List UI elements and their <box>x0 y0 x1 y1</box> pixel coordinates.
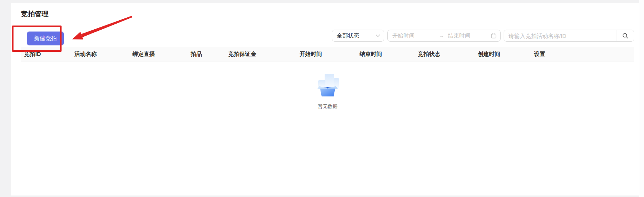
chevron-down-icon <box>376 34 380 37</box>
end-date-placeholder[interactable]: 结束时间 <box>448 32 491 39</box>
empty-box-icon <box>315 72 340 99</box>
column-header-settings: 设置 <box>531 51 634 58</box>
column-header-start-time: 开始时间 <box>296 51 357 58</box>
content-card: 竞拍管理 新建竞拍 全部状态 开始时间 → 结束时间 <box>11 3 639 195</box>
table-header-row: 竞拍ID 活动名称 绑定直播 拍品 竞拍保证金 开始时间 结束时间 竞拍状态 创… <box>21 47 634 62</box>
column-header-created-time: 创建时间 <box>475 51 531 58</box>
empty-text: 暂无数据 <box>318 103 337 110</box>
column-header-status: 竞拍状态 <box>415 51 475 58</box>
status-filter-value: 全部状态 <box>337 32 359 39</box>
search-button[interactable] <box>617 30 634 41</box>
column-header-auction-id: 竞拍ID <box>21 51 71 58</box>
search-input[interactable] <box>504 30 617 41</box>
column-header-lot: 拍品 <box>188 51 225 58</box>
calendar-icon <box>491 33 497 39</box>
date-range-picker[interactable]: 开始时间 → 结束时间 <box>387 30 501 42</box>
page-title: 竞拍管理 <box>21 9 634 18</box>
column-header-activity-name: 活动名称 <box>71 51 129 58</box>
column-header-bound-live: 绑定直播 <box>129 51 188 58</box>
column-header-end-time: 结束时间 <box>357 51 415 58</box>
toolbar: 新建竞拍 全部状态 开始时间 → 结束时间 <box>21 30 634 45</box>
table-empty-state: 暂无数据 <box>21 62 634 119</box>
search-icon <box>622 33 629 39</box>
vertical-scrollbar[interactable] <box>639 0 644 197</box>
start-date-placeholder[interactable]: 开始时间 <box>392 32 435 39</box>
filter-group: 全部状态 开始时间 → 结束时间 <box>332 30 634 42</box>
status-filter-select[interactable]: 全部状态 <box>332 30 384 42</box>
column-header-deposit: 竞拍保证金 <box>225 51 296 58</box>
search-field-group <box>504 30 634 42</box>
new-auction-button[interactable]: 新建竞拍 <box>27 32 64 45</box>
date-range-separator-icon: → <box>435 33 448 39</box>
auction-table: 竞拍ID 活动名称 绑定直播 拍品 竞拍保证金 开始时间 结束时间 竞拍状态 创… <box>21 47 634 119</box>
